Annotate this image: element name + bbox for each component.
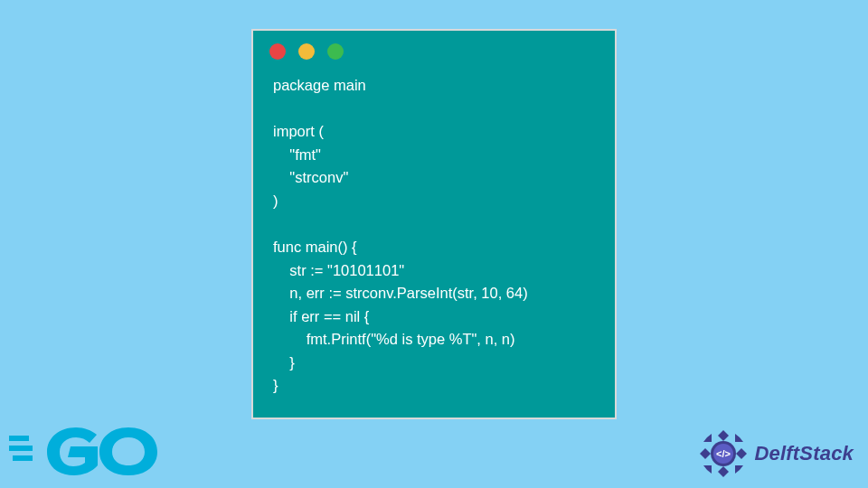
delftstack-logo: </> DelftStack (698, 428, 854, 479)
svg-text:</>: </> (716, 448, 731, 459)
svg-rect-1 (9, 446, 33, 451)
close-dot-icon (269, 43, 286, 60)
delftstack-text: DelftStack (754, 442, 854, 465)
code-block: package main import ( "fmt" "strconv" ) … (253, 65, 615, 416)
maximize-dot-icon (327, 43, 344, 60)
minimize-dot-icon (298, 43, 315, 60)
go-logo-icon (9, 416, 163, 479)
delftstack-emblem-icon: </> (698, 428, 749, 479)
window-titlebar (253, 31, 615, 65)
code-window: package main import ( "fmt" "strconv" ) … (251, 29, 617, 419)
svg-rect-2 (13, 455, 33, 461)
svg-rect-0 (9, 436, 29, 441)
